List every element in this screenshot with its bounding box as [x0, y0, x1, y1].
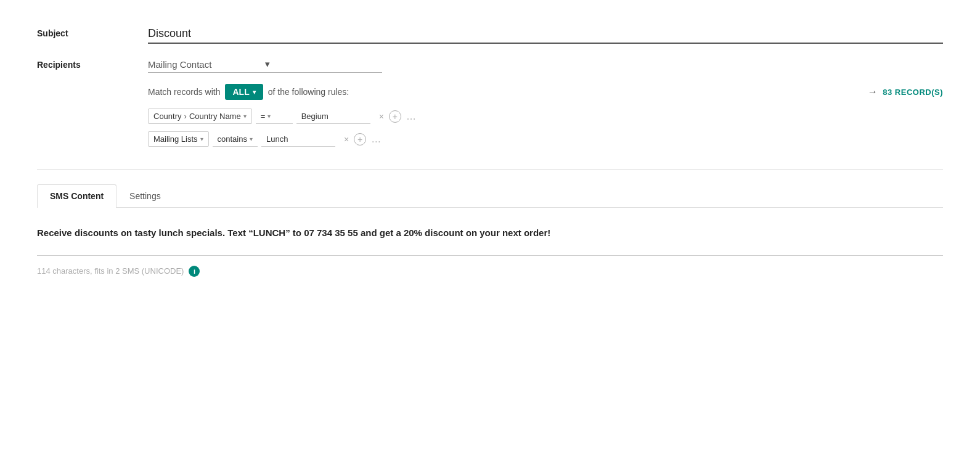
- rule-value-1[interactable]: Begium: [296, 109, 370, 124]
- tabs: SMS Content Settings: [37, 184, 943, 208]
- info-icon[interactable]: i: [189, 266, 200, 277]
- rule-field-1[interactable]: Country › Country Name ▾: [148, 109, 252, 124]
- rule-value-2-text: Lunch: [266, 134, 288, 144]
- sms-content-section: Receive discounts on tasty lunch special…: [37, 208, 943, 289]
- recipients-label: Recipients: [37, 56, 148, 70]
- subject-row: Subject: [37, 25, 943, 44]
- more-rule-2-button[interactable]: …: [371, 134, 382, 145]
- subject-input[interactable]: [148, 25, 943, 44]
- all-button-arrow: ▾: [253, 89, 256, 96]
- subject-content: [148, 25, 943, 44]
- chevron-down-icon-1: ▾: [243, 113, 247, 120]
- tab-settings-label: Settings: [129, 191, 161, 201]
- chevron-down-icon: ▾: [265, 59, 382, 70]
- arrow-right-icon: →: [868, 86, 878, 97]
- chevron-down-icon-2: ▾: [267, 113, 271, 120]
- all-button-label: ALL: [232, 87, 249, 97]
- more-rule-1-button[interactable]: …: [406, 111, 417, 122]
- remove-rule-2-button[interactable]: ×: [344, 134, 349, 144]
- subject-label: Subject: [37, 25, 148, 38]
- tab-sms-content-label: SMS Content: [50, 191, 104, 201]
- recipients-dropdown[interactable]: Mailing Contact ▾: [148, 56, 382, 73]
- all-button[interactable]: ALL ▾: [225, 84, 263, 100]
- remove-rule-1-button[interactable]: ×: [379, 112, 384, 121]
- rule-row-1: Country › Country Name ▾ = ▾ Begium × + …: [148, 109, 943, 124]
- rule-operator-1[interactable]: = ▾: [256, 109, 293, 124]
- recipients-dropdown-value: Mailing Contact: [148, 59, 265, 70]
- records-count: 83 RECORD(S): [883, 88, 943, 97]
- sms-message-text: Receive discounts on tasty lunch special…: [37, 226, 943, 240]
- match-text-before: Match records with: [148, 87, 220, 97]
- recipients-content: Mailing Contact ▾ Match records with ALL…: [148, 56, 943, 154]
- match-text-after: of the following rules:: [268, 87, 349, 97]
- rule-subfield-1-label: Country Name: [189, 112, 241, 121]
- chevron-down-icon-3: ▾: [200, 136, 203, 142]
- add-rule-2-button[interactable]: +: [354, 133, 366, 145]
- rule-value-2[interactable]: Lunch: [261, 132, 335, 147]
- rule-actions-2: × + …: [344, 133, 382, 145]
- records-link[interactable]: → 83 RECORD(S): [868, 86, 943, 97]
- sms-character-count: 114 characters, fits in 2 SMS (UNICODE): [37, 266, 184, 276]
- sms-meta-row: 114 characters, fits in 2 SMS (UNICODE) …: [37, 266, 943, 277]
- rule-operator-1-label: =: [261, 112, 266, 121]
- sms-divider: [37, 255, 943, 256]
- page: Subject Recipients Mailing Contact ▾ Mat…: [0, 0, 980, 471]
- rule-actions-1: × + …: [379, 110, 417, 123]
- recipients-row: Recipients Mailing Contact ▾ Match recor…: [37, 56, 943, 154]
- tab-sms-content[interactable]: SMS Content: [37, 184, 116, 208]
- rule-field-2[interactable]: Mailing Lists ▾: [148, 131, 209, 147]
- add-rule-1-button[interactable]: +: [389, 110, 401, 123]
- match-row: Match records with ALL ▾ of the followin…: [148, 84, 943, 100]
- rule-row-2: Mailing Lists ▾ contains ▾ Lunch × + …: [148, 131, 943, 147]
- tab-settings[interactable]: Settings: [116, 184, 174, 207]
- breadcrumb-arrow-icon: ›: [184, 112, 187, 121]
- rule-operator-2-label: contains: [218, 134, 247, 144]
- section-divider: [37, 169, 943, 170]
- rule-field-1-label: Country: [153, 112, 182, 121]
- chevron-down-icon-4: ▾: [250, 136, 253, 142]
- rule-value-1-text: Begium: [301, 112, 329, 121]
- rule-field-2-label: Mailing Lists: [153, 134, 198, 144]
- rule-operator-2[interactable]: contains ▾: [213, 132, 258, 147]
